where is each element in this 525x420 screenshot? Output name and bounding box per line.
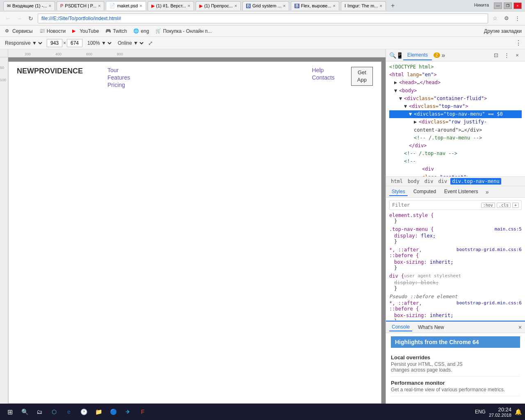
breadcrumb-body[interactable]: body: [406, 178, 421, 185]
tab-close-icon[interactable]: ×: [139, 3, 142, 8]
bottom-tab-close-icon[interactable]: ×: [518, 324, 522, 331]
breadcrumb-html[interactable]: html: [389, 178, 404, 185]
dom-tree[interactable]: <!DOCTYPE html> <html lang="en"> ▶<head>…: [386, 62, 525, 176]
tab-console[interactable]: Console: [389, 323, 412, 331]
tab-close-icon[interactable]: ×: [98, 3, 100, 8]
breadcrumb-top-nav-menu[interactable]: div.top-nav-menu: [450, 178, 501, 185]
dom-line-doctype[interactable]: <!DOCTYPE html>: [389, 63, 522, 71]
dom-line-container[interactable]: ▼<div class="container-fluid">: [389, 95, 522, 103]
nav-link-help[interactable]: Help: [312, 67, 335, 73]
extensions-icon[interactable]: ⚙: [502, 14, 511, 23]
viewport-more-icon[interactable]: ⋮: [515, 39, 522, 47]
height-input[interactable]: [67, 39, 82, 47]
online-select[interactable]: Online ▼: [116, 40, 145, 46]
close-button[interactable]: ×: [514, 2, 522, 9]
figma-icon[interactable]: F: [136, 405, 149, 418]
bookmark-news[interactable]: 📰 Новости: [38, 27, 67, 35]
back-button[interactable]: ←: [3, 14, 12, 23]
telegram-icon[interactable]: ✈: [121, 405, 135, 418]
devtools-inspect-button[interactable]: 🔍: [389, 52, 396, 59]
hov-badge[interactable]: :hov: [481, 203, 495, 208]
cls-badge[interactable]: .cls: [497, 203, 511, 208]
tab-flex[interactable]: B Flex, вырове... ×: [291, 1, 339, 10]
tab-close-icon[interactable]: ×: [379, 3, 382, 8]
dom-line-row[interactable]: ▶<div class="row justify-: [389, 118, 522, 126]
tab-grid[interactable]: B Grid system ... ×: [242, 1, 290, 10]
tab-gmail[interactable]: ✉ Входящие (1) -... ×: [3, 1, 55, 10]
tab-imgur[interactable]: I Imgur: The m... ×: [341, 1, 386, 10]
bookmark-eng[interactable]: 🌐 eng: [132, 27, 151, 35]
responsive-select[interactable]: Responsive ▼: [3, 40, 43, 46]
dom-line-comment3[interactable]: <!--: [389, 158, 522, 165]
devtools-settings-icon[interactable]: ⋮: [502, 51, 511, 60]
tab-maket[interactable]: 📄 maket.psd ×: [106, 1, 146, 10]
forward-button[interactable]: →: [15, 14, 24, 23]
tab-whats-new[interactable]: What's New: [415, 324, 447, 331]
breadcrumb-div1[interactable]: div: [423, 178, 435, 185]
other-bookmarks[interactable]: Другие закладки: [484, 28, 522, 34]
chrome-taskbar-icon[interactable]: 🔵: [107, 405, 120, 418]
main-area: 200400600800 50100 NEWPROVIDENCE: [0, 49, 525, 404]
chrome-menu-icon[interactable]: ⋮: [513, 14, 522, 23]
dom-line-content-div[interactable]: <div: [389, 165, 522, 173]
devtools-close-icon[interactable]: ×: [513, 51, 522, 60]
dom-line-content-class[interactable]: class="content">: [389, 173, 522, 176]
dom-line-body[interactable]: ▼<body>: [389, 87, 522, 95]
eng-icon: 🌐: [133, 28, 139, 34]
zoom-select[interactable]: 100% ▼: [86, 40, 113, 46]
get-app-button[interactable]: GetApp: [351, 67, 373, 86]
devtools-tab-elements[interactable]: Elements: [403, 50, 432, 60]
dom-line-top-nav-menu[interactable]: ▼<div class="top-nav-menu" == $0: [389, 110, 522, 118]
nav-link-pricing[interactable]: Pricing: [107, 82, 130, 88]
tab-styles[interactable]: Styles: [389, 188, 408, 196]
bookmark-services[interactable]: ⚙ Сервисы: [3, 27, 34, 35]
devtools-more-icon[interactable]: »: [442, 52, 445, 59]
dom-line-row2[interactable]: content-around">…</div>: [389, 126, 522, 134]
edge-icon[interactable]: ⬡: [48, 405, 61, 418]
bookmark-purchase[interactable]: 🛒 Покупка - Онлайн п...: [154, 27, 213, 35]
add-style-icon[interactable]: +: [512, 203, 519, 208]
bookmark-youtube[interactable]: ▶ YouTube: [71, 27, 100, 35]
nav-link-tour[interactable]: Tour: [107, 67, 130, 73]
restore-button[interactable]: ❐: [504, 2, 512, 9]
tab-close-icon[interactable]: ×: [49, 3, 51, 8]
style-prop-display-block: display: block;: [394, 280, 522, 285]
new-tab-button[interactable]: +: [388, 2, 398, 9]
tab-close-icon[interactable]: ×: [333, 3, 336, 8]
nav-link-features[interactable]: Features: [107, 74, 130, 81]
devtools-dock-icon[interactable]: ⊡: [491, 51, 500, 60]
start-button[interactable]: ⊞: [3, 405, 16, 418]
breadcrumb-div2[interactable]: div: [437, 178, 449, 185]
sub-tabs-more-icon[interactable]: »: [486, 189, 489, 195]
dom-line-comment1[interactable]: <!-- /.top-nav-menu -->: [389, 134, 522, 142]
dom-line-comment2[interactable]: <!-- /.top-nav -->: [389, 150, 522, 158]
width-input[interactable]: [47, 39, 62, 47]
rotate-icon[interactable]: ⤢: [148, 40, 153, 46]
bookmark-star-icon[interactable]: ☆: [491, 14, 500, 23]
tab-psdetch[interactable]: P PSDETCH | P... ×: [57, 1, 104, 10]
tab-computed[interactable]: Computed: [411, 188, 438, 196]
taskview-button[interactable]: 🗂: [33, 405, 46, 418]
dom-line-close-div1[interactable]: </div>: [389, 142, 522, 150]
tab-close-icon[interactable]: ×: [283, 3, 285, 8]
bookmark-twitch[interactable]: 🎮 Twitch: [104, 27, 128, 35]
tab-close-icon[interactable]: ×: [234, 3, 237, 8]
ie-icon[interactable]: e: [62, 405, 75, 418]
search-button[interactable]: 🔍: [18, 405, 31, 418]
dom-line-head[interactable]: ▶<head>…</head>: [389, 79, 522, 87]
devtools-device-button[interactable]: 📱: [396, 52, 403, 59]
folder-icon[interactable]: 📁: [92, 405, 105, 418]
dom-line-html[interactable]: <html lang="en">: [389, 71, 522, 79]
tab-close-icon[interactable]: ×: [188, 3, 190, 8]
nav-link-contacts[interactable]: Contacts: [312, 74, 335, 81]
filter-input[interactable]: [392, 202, 479, 208]
notifications-icon[interactable]: 🔔: [515, 409, 522, 415]
reload-button[interactable]: ↻: [26, 14, 35, 23]
address-input[interactable]: [38, 14, 488, 23]
clock-icon[interactable]: 🕐: [77, 405, 90, 418]
tab-youtube1[interactable]: ▶ (1) #1. Верст... ×: [148, 1, 194, 10]
minimize-button[interactable]: —: [494, 2, 502, 9]
tab-event-listeners[interactable]: Event Listeners: [442, 188, 481, 196]
tab-youtube2[interactable]: ▶ (1) Препрос... ×: [196, 1, 241, 10]
dom-line-top-nav[interactable]: ▼<div class="top-nav">: [389, 103, 522, 110]
